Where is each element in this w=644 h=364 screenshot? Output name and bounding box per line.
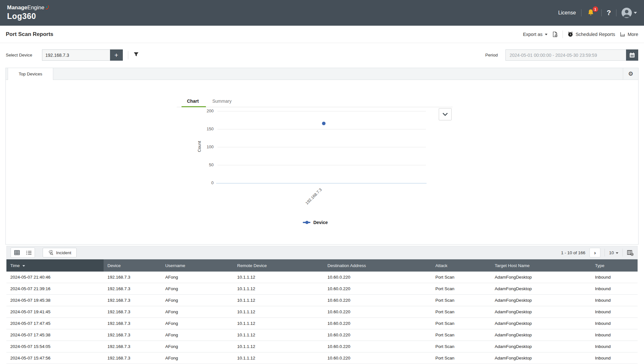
filter-icon[interactable] [133, 52, 139, 58]
scheduled-reports-button[interactable]: Scheduled Reports [567, 31, 615, 37]
chevron-down-icon [442, 112, 448, 116]
filter-row: Select Device + Period [0, 43, 644, 68]
collapse-chart-button[interactable] [439, 108, 452, 120]
list-view-icon[interactable] [23, 248, 35, 257]
tab-top-devices[interactable]: Top Devices [8, 68, 53, 80]
period-input[interactable] [505, 49, 626, 61]
table-row[interactable]: 2024-05-07 21:39:16192.168.7.3AFong10.1.… [6, 283, 638, 295]
table-cell: 192.168.7.3 [104, 333, 161, 337]
help-icon[interactable]: ? [607, 9, 611, 17]
page-size-value: 10 [609, 250, 614, 255]
column-header-device[interactable]: Device [104, 259, 161, 272]
grid-view-icon[interactable] [11, 248, 23, 257]
table-cell: 10.60.0.220 [324, 275, 432, 280]
gear-icon[interactable]: ⚙ [623, 68, 638, 80]
more-label: More [628, 32, 638, 37]
table-cell: Inbound [591, 321, 638, 326]
table-cell: 2024-05-07 17:47:45 [6, 321, 104, 326]
more-button[interactable]: More [620, 31, 638, 37]
tab-chart[interactable]: Chart [187, 99, 199, 104]
notification-bell-icon[interactable]: 1 [587, 8, 596, 17]
gridline-150 [217, 129, 426, 129]
table-row[interactable]: 2024-05-07 19:41:45192.168.7.3AFong10.1.… [6, 306, 638, 318]
table-cell: 192.168.7.3 [104, 286, 161, 291]
y-tick-200: 200 [185, 108, 214, 114]
table-cell: Inbound [591, 298, 638, 303]
table-cell: Port Scan [431, 321, 491, 326]
table-cell: 10.1.1.12 [233, 309, 323, 314]
select-device-label: Select Device [6, 53, 32, 57]
more-grid-icon [620, 31, 625, 37]
legend-marker-icon [303, 222, 310, 223]
table-cell: 10.60.0.220 [324, 309, 432, 314]
app-header: ManageEngine Log360 License 1 ? [0, 0, 644, 26]
scatter-point[interactable] [322, 122, 326, 125]
header-divider [616, 9, 616, 16]
table-row[interactable]: 2024-05-07 19:45:38192.168.7.3AFong10.1.… [6, 295, 638, 306]
user-menu[interactable] [622, 8, 637, 18]
incident-button[interactable]: Incident [43, 248, 77, 257]
table-row[interactable]: 2024-05-07 15:47:56192.168.7.3AFong10.1.… [6, 352, 638, 364]
export-as-button[interactable]: Export as [523, 32, 547, 37]
notification-badge: 1 [593, 6, 598, 12]
table-cell: 2024-05-07 15:47:56 [6, 356, 104, 360]
page-size-select[interactable]: 10 [609, 250, 618, 255]
tab-summary[interactable]: Summary [212, 99, 232, 104]
x-axis-line [216, 183, 427, 184]
column-header-destination-address[interactable]: Destination Address [324, 259, 432, 272]
table-cell: 10.1.1.12 [233, 356, 323, 360]
table-cell: Port Scan [431, 309, 491, 314]
table-cell: AdamFongDesktop [491, 286, 591, 291]
brand-logo: ManageEngine Log360 [7, 5, 49, 21]
table-row[interactable]: 2024-05-07 17:45:38192.168.7.3AFong10.1.… [6, 329, 638, 341]
table-cell: AdamFongDesktop [491, 344, 591, 349]
column-label: Time [10, 263, 20, 268]
table-cell: Inbound [591, 344, 638, 349]
table-cell: 10.1.1.12 [233, 344, 323, 349]
events-table: Time Device Username Remote Device Desti… [6, 259, 638, 364]
next-page-button[interactable]: › [589, 248, 600, 257]
table-cell: Inbound [591, 286, 638, 291]
table-cell: 10.1.1.12 [233, 298, 323, 303]
table-cell: AFong [161, 309, 233, 314]
chevron-down-icon [634, 12, 637, 14]
column-header-type[interactable]: Type [591, 259, 638, 272]
table-cell: 192.168.7.3 [104, 344, 161, 349]
add-device-button[interactable]: + [110, 49, 123, 61]
x-tick-label: 192.168.7.3 [299, 181, 329, 212]
export-history-icon[interactable] [552, 31, 558, 38]
table-row[interactable]: 2024-05-07 21:40:46192.168.7.3AFong10.1.… [6, 272, 638, 283]
chart-legend[interactable]: Device [288, 220, 343, 225]
table-cell: AFong [161, 321, 233, 326]
column-header-time[interactable]: Time [6, 259, 104, 272]
table-cell: Inbound [591, 356, 638, 360]
y-tick-50: 50 [185, 162, 214, 168]
table-cell: 2024-05-07 19:41:45 [6, 309, 104, 314]
table-cell: AdamFongDesktop [491, 309, 591, 314]
calendar-icon[interactable] [626, 49, 638, 61]
divider [563, 30, 563, 38]
table-cell: 2024-05-07 15:54:05 [6, 344, 104, 349]
table-cell: 10.60.0.220 [324, 321, 432, 326]
column-header-remote-device[interactable]: Remote Device [233, 259, 323, 272]
add-column-icon[interactable] [627, 250, 633, 256]
column-header-target-host-name[interactable]: Target Host Name [491, 259, 591, 272]
table-row[interactable]: 2024-05-07 15:54:05192.168.7.3AFong10.1.… [6, 341, 638, 352]
product-name: Log360 [7, 12, 49, 21]
table-cell: 192.168.7.3 [104, 309, 161, 314]
table-row[interactable]: 2024-05-07 17:47:45192.168.7.3AFong10.1.… [6, 318, 638, 329]
license-link[interactable]: License [558, 10, 576, 16]
table-toolbar: Incident 1 - 10 of 166 › 10 [6, 246, 638, 259]
avatar-icon [622, 8, 632, 18]
top-devices-panel: Top Devices ⚙ Chart Summary 200 150 100 … [5, 68, 639, 245]
table-cell: AFong [161, 275, 233, 280]
table-cell: Port Scan [431, 298, 491, 303]
table-cell: AdamFongDesktop [491, 298, 591, 303]
page-header: Port Scan Reports Export as Scheduled Re… [0, 26, 644, 43]
column-header-username[interactable]: Username [161, 259, 233, 272]
column-header-attack[interactable]: Attack [431, 259, 491, 272]
table-cell: 10.1.1.12 [233, 333, 323, 337]
table-cell: 10.60.0.220 [324, 344, 432, 349]
table-cell: AdamFongDesktop [491, 356, 591, 360]
device-input[interactable] [42, 49, 110, 61]
